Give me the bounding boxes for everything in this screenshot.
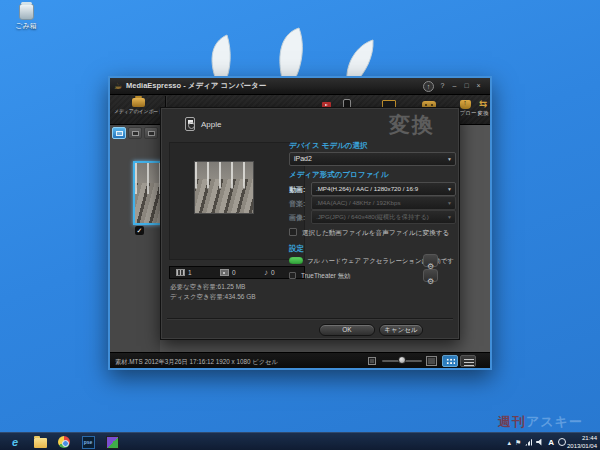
chrome-icon [58,436,70,448]
taskbar-pse-button[interactable]: pse [81,435,95,449]
truetheater-settings-button[interactable]: ⚙ [423,269,438,282]
import-media-button[interactable]: メディアのインポート [112,96,166,123]
recycle-bin-label: ごみ箱 [10,21,42,31]
photo-filter-icon [148,131,155,136]
upload-icon [460,100,471,109]
music-note-icon: ♪ [264,269,268,277]
grid-view-icon [446,358,455,365]
video-profile-value: .MP4(H.264) / AAC / 1280x720 / 16:9 [316,185,418,192]
network-icon[interactable] [525,439,532,446]
magazine-watermark: 週刊アスキー [498,413,583,431]
required-space-text: 必要な空き容量:61.25 MB [170,283,245,292]
cancel-button[interactable]: キャンセル [379,324,423,336]
desktop: ごみ箱 週刊アスキー ☕ MediaEspresso - メディア コンバーター… [0,0,600,450]
upgrade-icon[interactable]: ↑ [423,81,434,92]
truetheater-checkbox[interactable] [289,272,296,279]
taskbar-app-button[interactable] [105,435,119,449]
photo-count-group: 0 [220,269,236,276]
minimize-button[interactable]: – [451,80,458,92]
mediaespresso-window: ☕ MediaEspresso - メディア コンバーター ↑ ? – □ × … [108,76,492,370]
train-preview-image [195,162,253,213]
filter-all-button[interactable] [112,127,126,139]
profile-section-label: メディア形式のプロファイル [289,170,388,180]
wallpaper-flower-petals [185,25,415,83]
watermark-light-text: アスキー [526,414,583,429]
file-explorer-icon [34,438,47,448]
media-preview [194,161,254,214]
video-count-group: 1 [176,269,192,276]
restore-button[interactable]: □ [463,80,470,92]
video-profile-select[interactable]: .MP4(H.264) / AAC / 1280x720 / 16:9 ▼ [311,182,456,196]
tray-chevron-up-icon[interactable]: ▴ [507,439,511,446]
device-model-value: iPad2 [294,155,312,162]
audio-row-label: 音楽: [289,199,305,209]
internet-explorer-icon: e [12,437,18,448]
close-button[interactable]: × [475,80,482,92]
ime-language-indicator[interactable]: A [548,438,554,447]
taskbar-chrome-button[interactable] [57,435,71,449]
audio-profile-value: .M4A(AAC) / 48KHz / 192Kbps [316,199,401,206]
list-view-icon [464,359,474,366]
photo-count: 0 [232,269,236,276]
app-logo-icon: ☕ [114,82,122,91]
chevron-down-icon: ▼ [447,201,452,206]
media-info-text: 素材.MTS 2012年3月26日 17:16:12 1920 x 1080 ピ… [115,358,278,367]
recycle-bin-icon[interactable] [19,4,34,20]
apple-device-icon [185,117,195,131]
dialog-footer-divider [167,318,453,319]
device-brand-label: Apple [201,120,221,129]
tray-app-icon[interactable] [558,438,566,446]
media-library-panel [110,125,162,352]
video-filter-icon [132,131,139,136]
system-tray: ▴ ⚑ A [507,433,566,450]
small-thumbnail-icon [368,357,376,365]
truetheater-label: TrueTheater 無効 [301,272,350,281]
help-button[interactable]: ? [439,80,446,92]
chevron-down-icon: ▼ [447,157,452,162]
window-statusbar: 素材.MTS 2012年3月26日 17:16:12 1920 x 1080 ピ… [110,352,490,368]
recycle-bin[interactable]: ごみ箱 [10,4,42,31]
media-counts-bar: 1 0 ♪ 0 [169,266,305,279]
video-row-label: 動画: [289,185,305,195]
slider-handle[interactable] [398,356,406,364]
settings-section-label: 設定 [289,244,304,254]
import-media-icon [132,98,145,107]
filter-photo-button[interactable] [144,127,158,139]
photo-icon [220,269,229,276]
device-model-select[interactable]: iPad2 ▼ [289,152,456,166]
image-profile-value: .JPG(JPG) / 640x480(縦横比を保持する) [316,213,429,220]
action-center-flag-icon[interactable]: ⚑ [515,439,521,446]
image-row-label: 画像: [289,213,305,223]
convert-label: 変換 [476,110,490,117]
video-count: 1 [188,269,192,276]
clock-time: 21:44 [567,435,597,443]
window-titlebar[interactable]: ☕ MediaEspresso - メディア コンバーター ↑ ? – □ × [110,78,490,95]
large-thumbnail-icon [426,356,437,366]
image-profile-select: .JPG(JPG) / 640x480(縦横比を保持する) ▼ [311,210,456,224]
taskbar-explorer-button[interactable] [33,435,47,449]
film-icon [176,269,185,276]
disk-space-text: ディスク空き容量:434.56 GB [170,293,256,302]
convert-to-audio-checkbox[interactable] [289,228,297,236]
selected-check-icon[interactable]: ✓ [135,226,144,235]
list-view-button[interactable] [460,355,476,367]
convert-button[interactable]: ⇆ 変換 [476,99,490,117]
music-count: 0 [271,269,275,276]
hardware-acceleration-toggle[interactable] [289,257,303,264]
music-count-group: ♪ 0 [264,269,275,277]
import-media-label: メディアのインポート [112,108,165,114]
volume-icon[interactable] [536,439,544,446]
clock-date: 2013/01/04 [567,443,597,450]
taskbar-clock[interactable]: 21:44 2013/01/04 [567,435,597,450]
audio-profile-select: .M4A(AAC) / 48KHz / 192Kbps ▼ [311,196,456,210]
ok-button[interactable]: OK [319,324,375,336]
hardware-acceleration-settings-button[interactable]: ⚙ [423,254,438,267]
grid-view-button[interactable] [442,355,458,367]
chevron-down-icon: ▼ [447,187,452,192]
convert-to-audio-label: 選択した動画ファイルを音声ファイルに変換する [302,229,449,238]
filter-video-button[interactable] [128,127,142,139]
taskbar: e pse ▴ ⚑ A 21:44 2013/01/04 [0,432,600,450]
taskbar-ie-button[interactable]: e [8,435,22,449]
device-model-section-label: デバイス モデルの選択 [289,141,368,151]
watermark-red-text: 週刊 [498,414,526,429]
